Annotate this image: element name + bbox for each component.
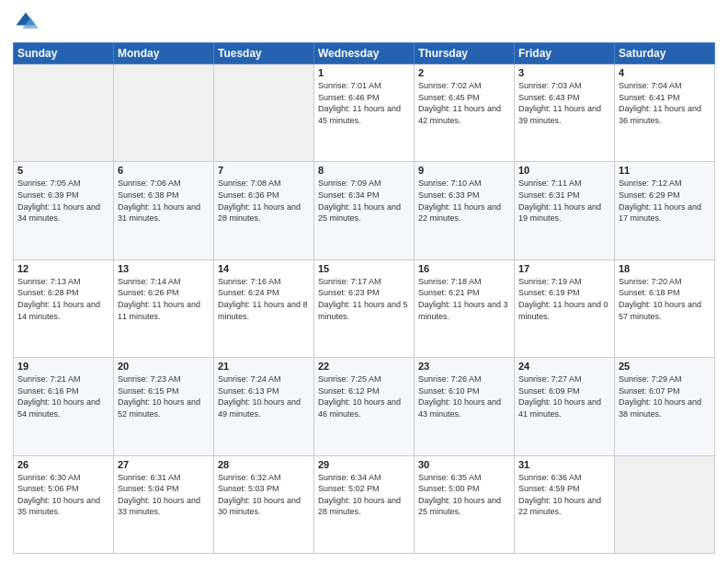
day-info: Sunrise: 7:26 AMSunset: 6:10 PMDaylight:… — [418, 373, 510, 419]
day-number: 18 — [619, 263, 711, 274]
header — [13, 9, 715, 35]
day-info: Sunrise: 7:14 AMSunset: 6:26 PMDaylight:… — [118, 276, 210, 322]
calendar-table: SundayMondayTuesdayWednesdayThursdayFrid… — [13, 42, 715, 554]
day-info: Sunrise: 7:12 AMSunset: 6:29 PMDaylight:… — [619, 178, 711, 224]
calendar-cell: 11Sunrise: 7:12 AMSunset: 6:29 PMDayligh… — [615, 162, 715, 259]
day-number: 24 — [518, 361, 610, 372]
day-info: Sunrise: 6:36 AMSunset: 4:59 PMDaylight:… — [518, 472, 610, 518]
day-info: Sunrise: 7:21 AMSunset: 6:16 PMDaylight:… — [17, 373, 109, 419]
calendar-cell: 18Sunrise: 7:20 AMSunset: 6:18 PMDayligh… — [615, 259, 715, 357]
day-info: Sunrise: 6:30 AMSunset: 5:06 PMDaylight:… — [17, 472, 109, 518]
day-number: 11 — [619, 165, 711, 176]
logo-icon — [13, 9, 39, 35]
day-number: 17 — [518, 263, 610, 274]
calendar-cell: 3Sunrise: 7:03 AMSunset: 6:43 PMDaylight… — [515, 64, 615, 162]
day-number: 14 — [218, 263, 310, 274]
calendar-cell: 21Sunrise: 7:24 AMSunset: 6:13 PMDayligh… — [214, 358, 314, 455]
calendar-cell: 24Sunrise: 7:27 AMSunset: 6:09 PMDayligh… — [515, 358, 615, 455]
header-row: SundayMondayTuesdayWednesdayThursdayFrid… — [14, 43, 715, 64]
day-info: Sunrise: 6:34 AMSunset: 5:02 PMDaylight:… — [318, 472, 410, 518]
day-number: 15 — [318, 263, 410, 274]
calendar-cell — [14, 64, 114, 162]
day-number: 6 — [118, 165, 210, 176]
calendar-cell: 8Sunrise: 7:09 AMSunset: 6:34 PMDaylight… — [314, 162, 415, 259]
calendar-cell: 29Sunrise: 6:34 AMSunset: 5:02 PMDayligh… — [314, 455, 415, 553]
day-info: Sunrise: 7:09 AMSunset: 6:34 PMDaylight:… — [318, 178, 410, 224]
calendar-cell: 2Sunrise: 7:02 AMSunset: 6:45 PMDaylight… — [415, 64, 515, 162]
calendar-cell — [114, 64, 214, 162]
day-info: Sunrise: 7:03 AMSunset: 6:43 PMDaylight:… — [518, 80, 610, 126]
calendar-cell: 25Sunrise: 7:29 AMSunset: 6:07 PMDayligh… — [615, 358, 715, 455]
day-info: Sunrise: 6:32 AMSunset: 5:03 PMDaylight:… — [218, 472, 310, 518]
day-info: Sunrise: 7:01 AMSunset: 6:46 PMDaylight:… — [318, 80, 410, 126]
day-info: Sunrise: 7:27 AMSunset: 6:09 PMDaylight:… — [518, 373, 610, 419]
calendar-cell: 27Sunrise: 6:31 AMSunset: 5:04 PMDayligh… — [114, 455, 214, 553]
day-info: Sunrise: 6:35 AMSunset: 5:00 PMDaylight:… — [418, 472, 510, 518]
day-number: 3 — [518, 67, 610, 78]
day-number: 16 — [418, 263, 510, 274]
page: SundayMondayTuesdayWednesdayThursdayFrid… — [0, 0, 728, 563]
day-number: 5 — [17, 165, 109, 176]
day-number: 20 — [118, 361, 210, 372]
day-info: Sunrise: 7:29 AMSunset: 6:07 PMDaylight:… — [619, 373, 711, 419]
day-info: Sunrise: 7:11 AMSunset: 6:31 PMDaylight:… — [518, 178, 610, 224]
logo — [13, 9, 42, 35]
day-number: 4 — [619, 67, 711, 78]
calendar-week-row: 5Sunrise: 7:05 AMSunset: 6:39 PMDaylight… — [14, 162, 715, 259]
day-number: 27 — [118, 459, 210, 470]
calendar-cell: 28Sunrise: 6:32 AMSunset: 5:03 PMDayligh… — [214, 455, 314, 553]
calendar-cell: 30Sunrise: 6:35 AMSunset: 5:00 PMDayligh… — [415, 455, 515, 553]
weekday-header: Friday — [515, 43, 615, 64]
day-number: 19 — [17, 361, 109, 372]
day-number: 9 — [418, 165, 510, 176]
calendar-cell: 10Sunrise: 7:11 AMSunset: 6:31 PMDayligh… — [515, 162, 615, 259]
weekday-header: Wednesday — [314, 43, 415, 64]
calendar-cell: 1Sunrise: 7:01 AMSunset: 6:46 PMDaylight… — [314, 64, 415, 162]
day-info: Sunrise: 6:31 AMSunset: 5:04 PMDaylight:… — [118, 472, 210, 518]
calendar-week-row: 12Sunrise: 7:13 AMSunset: 6:28 PMDayligh… — [14, 259, 715, 357]
day-info: Sunrise: 7:13 AMSunset: 6:28 PMDaylight:… — [17, 276, 109, 322]
weekday-header: Monday — [114, 43, 214, 64]
calendar-cell: 6Sunrise: 7:06 AMSunset: 6:38 PMDaylight… — [114, 162, 214, 259]
day-number: 10 — [518, 165, 610, 176]
day-info: Sunrise: 7:25 AMSunset: 6:12 PMDaylight:… — [318, 373, 410, 419]
day-info: Sunrise: 7:10 AMSunset: 6:33 PMDaylight:… — [418, 178, 510, 224]
day-info: Sunrise: 7:20 AMSunset: 6:18 PMDaylight:… — [619, 276, 711, 322]
calendar-cell: 7Sunrise: 7:08 AMSunset: 6:36 PMDaylight… — [214, 162, 314, 259]
calendar-cell: 4Sunrise: 7:04 AMSunset: 6:41 PMDaylight… — [615, 64, 715, 162]
calendar-cell — [615, 455, 715, 553]
day-number: 8 — [318, 165, 410, 176]
weekday-header: Sunday — [14, 43, 114, 64]
calendar-week-row: 1Sunrise: 7:01 AMSunset: 6:46 PMDaylight… — [14, 64, 715, 162]
day-number: 26 — [17, 459, 109, 470]
day-info: Sunrise: 7:16 AMSunset: 6:24 PMDaylight:… — [218, 276, 310, 322]
weekday-header: Saturday — [615, 43, 715, 64]
day-number: 25 — [619, 361, 711, 372]
calendar-cell: 20Sunrise: 7:23 AMSunset: 6:15 PMDayligh… — [114, 358, 214, 455]
calendar-cell: 9Sunrise: 7:10 AMSunset: 6:33 PMDaylight… — [415, 162, 515, 259]
day-number: 2 — [418, 67, 510, 78]
day-number: 12 — [17, 263, 109, 274]
day-info: Sunrise: 7:18 AMSunset: 6:21 PMDaylight:… — [418, 276, 510, 322]
day-number: 31 — [518, 459, 610, 470]
calendar-cell: 26Sunrise: 6:30 AMSunset: 5:06 PMDayligh… — [14, 455, 114, 553]
weekday-header: Tuesday — [214, 43, 314, 64]
day-info: Sunrise: 7:17 AMSunset: 6:23 PMDaylight:… — [318, 276, 410, 322]
day-number: 29 — [318, 459, 410, 470]
calendar-cell: 17Sunrise: 7:19 AMSunset: 6:19 PMDayligh… — [515, 259, 615, 357]
day-number: 13 — [118, 263, 210, 274]
calendar-cell: 13Sunrise: 7:14 AMSunset: 6:26 PMDayligh… — [114, 259, 214, 357]
calendar-cell: 15Sunrise: 7:17 AMSunset: 6:23 PMDayligh… — [314, 259, 415, 357]
day-number: 7 — [218, 165, 310, 176]
day-number: 28 — [218, 459, 310, 470]
calendar-cell: 5Sunrise: 7:05 AMSunset: 6:39 PMDaylight… — [14, 162, 114, 259]
day-info: Sunrise: 7:23 AMSunset: 6:15 PMDaylight:… — [118, 373, 210, 419]
calendar-cell: 22Sunrise: 7:25 AMSunset: 6:12 PMDayligh… — [314, 358, 415, 455]
calendar-cell: 12Sunrise: 7:13 AMSunset: 6:28 PMDayligh… — [14, 259, 114, 357]
day-info: Sunrise: 7:02 AMSunset: 6:45 PMDaylight:… — [418, 80, 510, 126]
calendar-cell — [214, 64, 314, 162]
day-info: Sunrise: 7:05 AMSunset: 6:39 PMDaylight:… — [17, 178, 109, 224]
calendar-week-row: 19Sunrise: 7:21 AMSunset: 6:16 PMDayligh… — [14, 358, 715, 455]
day-number: 21 — [218, 361, 310, 372]
weekday-header: Thursday — [415, 43, 515, 64]
